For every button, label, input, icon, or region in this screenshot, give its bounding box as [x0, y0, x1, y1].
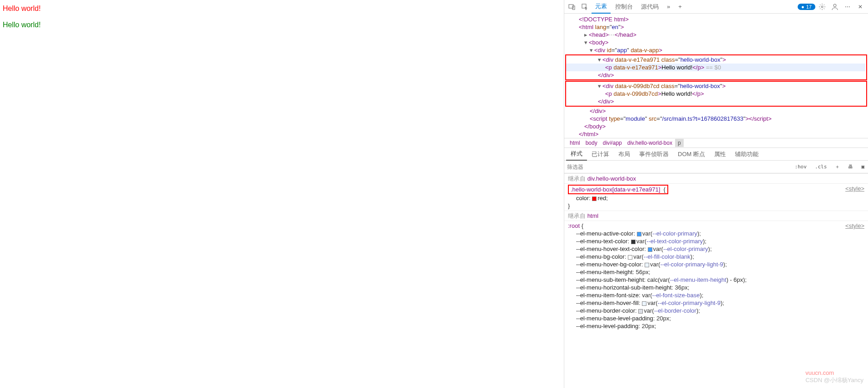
- color-swatch[interactable]: [645, 263, 649, 267]
- doctype-node: <!DOCTYPE html>: [579, 16, 629, 23]
- tab-more-icon[interactable]: »: [663, 0, 674, 14]
- color-swatch[interactable]: [642, 301, 646, 306]
- css-var-row[interactable]: --el-menu-text-color: var(--el-text-colo…: [568, 237, 864, 245]
- css-var-row[interactable]: --el-menu-bg-color: var(--el-fill-color-…: [568, 253, 864, 260]
- crumb-body[interactable]: body: [583, 139, 600, 147]
- tab-elements[interactable]: 元素: [592, 0, 611, 14]
- issues-count: 17: [806, 4, 812, 10]
- tab-console[interactable]: 控制台: [612, 0, 636, 14]
- svg-point-3: [821, 6, 823, 8]
- new-rule-icon[interactable]: ＋: [832, 162, 843, 171]
- css-var-row[interactable]: --el-menu-hover-text-color: var(--el-col…: [568, 245, 864, 253]
- inherit-from-box: 继承自 div.hello-world-box: [564, 173, 868, 184]
- crumb-p[interactable]: p: [675, 139, 684, 147]
- hello-text-green: Hello world!: [3, 21, 561, 29]
- breadcrumb: html body div#app div.hello-world-box p: [564, 138, 868, 148]
- css-var-row[interactable]: --el-menu-item-hover-fill: var(--el-colo…: [568, 299, 864, 307]
- subtab-accessibility[interactable]: 辅助功能: [730, 148, 763, 161]
- svg-point-4: [833, 4, 836, 7]
- close-icon[interactable]: ✕: [854, 1, 866, 13]
- inherit-from-html: 继承自 html: [564, 211, 868, 221]
- color-swatch[interactable]: [638, 309, 643, 314]
- subtab-layout[interactable]: 布局: [614, 148, 635, 161]
- computed-panel-icon[interactable]: ▣: [858, 163, 867, 171]
- dom-tree[interactable]: <!DOCTYPE html> <html lang="en"> ▸<head>…: [564, 14, 868, 138]
- device-toolbar-icon[interactable]: [566, 1, 578, 13]
- styles-pane[interactable]: 继承自 div.hello-world-box <style> .hello-w…: [564, 173, 868, 388]
- styles-filter-row: :hov .cls ＋ 🖶 ▣: [564, 161, 868, 173]
- css-var-row[interactable]: --el-menu-active-color: var(--el-color-p…: [568, 230, 864, 237]
- crumb-html[interactable]: html: [567, 139, 583, 147]
- account-icon[interactable]: [829, 1, 841, 13]
- inspect-element-icon[interactable]: [579, 1, 591, 13]
- style-source-1[interactable]: <style>: [845, 185, 864, 192]
- highlighted-box-2: ▾<div data-v-099db7cd class="hello-world…: [565, 81, 867, 107]
- subtab-listeners[interactable]: 事件侦听器: [635, 148, 673, 161]
- css-var-row[interactable]: --el-menu-sub-item-height: calc(var(--el…: [568, 276, 864, 284]
- subtab-computed[interactable]: 已计算: [587, 148, 614, 161]
- rule-selector-box: .hello-world-box[data-v-e17ea971] {: [568, 185, 668, 194]
- tab-sources[interactable]: 源代码: [637, 0, 662, 14]
- color-swatch[interactable]: [631, 240, 636, 244]
- color-swatch[interactable]: [628, 255, 632, 260]
- styles-subtabs: 样式 已计算 布局 事件侦听器 DOM 断点 属性 辅助功能: [564, 148, 868, 161]
- subtab-properties[interactable]: 属性: [710, 148, 730, 161]
- color-swatch[interactable]: [637, 232, 641, 236]
- style-source-2[interactable]: <style>: [845, 222, 864, 230]
- devtools-toolbar: 元素 控制台 源代码 » + ● 17 ⋯ ✕: [564, 0, 868, 14]
- css-var-row[interactable]: --el-menu-item-font-size: var(--el-font-…: [568, 291, 864, 299]
- css-var-row[interactable]: --el-menu-base-level-padding: 20px;: [568, 314, 864, 322]
- hello-text-red: Hello world!: [3, 5, 561, 13]
- subtab-dom-breakpoints[interactable]: DOM 断点: [673, 148, 710, 161]
- print-icon[interactable]: 🖶: [845, 163, 856, 171]
- subtab-styles[interactable]: 样式: [566, 148, 587, 161]
- css-var-row[interactable]: --el-menu-item-height: 56px;: [568, 268, 864, 276]
- filter-input[interactable]: [565, 163, 789, 171]
- highlighted-box-1: ▾<div data-v-e17ea971 class="hello-world…: [565, 54, 867, 80]
- css-var-row[interactable]: --el-menu-horizontal-sub-item-height: 36…: [568, 284, 864, 291]
- crumb-app[interactable]: div#app: [600, 139, 625, 147]
- settings-gear-icon[interactable]: [816, 1, 828, 13]
- css-var-row[interactable]: --el-menu-border-color: var(--el-border-…: [568, 307, 864, 314]
- cls-toggle[interactable]: .cls: [812, 163, 830, 171]
- css-var-row[interactable]: --el-menu-level-padding: 20px;: [568, 322, 864, 330]
- color-swatch[interactable]: [648, 247, 652, 252]
- devtools-panel: 元素 控制台 源代码 » + ● 17 ⋯ ✕ <!DOCTYPE html> …: [564, 0, 868, 388]
- issues-badge[interactable]: ● 17: [798, 4, 815, 10]
- crumb-box[interactable]: div.hello-world-box: [625, 139, 675, 147]
- css-var-row[interactable]: --el-menu-hover-bg-color: var(--el-color…: [568, 260, 864, 268]
- hov-toggle[interactable]: :hov: [792, 163, 809, 171]
- kebab-menu-icon[interactable]: ⋯: [842, 1, 853, 13]
- color-swatch-red[interactable]: [592, 196, 597, 201]
- rendered-page: Hello world! Hello world!: [0, 0, 564, 388]
- tab-plus-icon[interactable]: +: [675, 0, 686, 14]
